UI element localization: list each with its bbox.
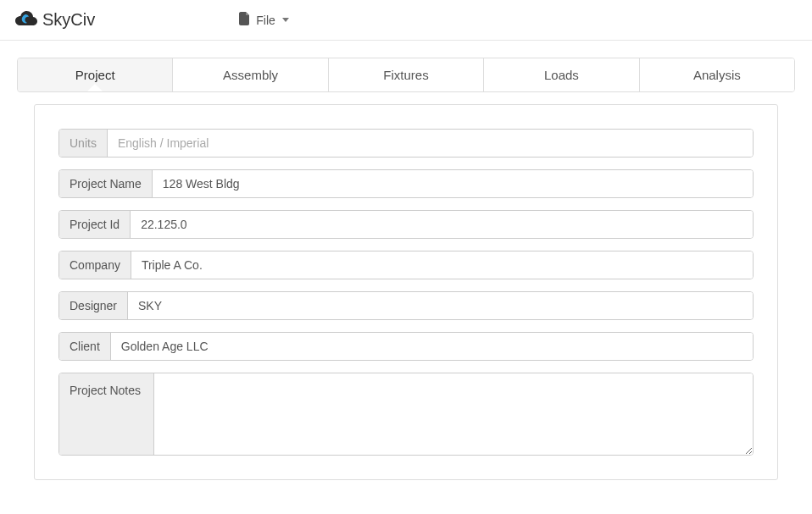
project-id-label: Project Id [59, 211, 131, 238]
company-input[interactable] [131, 251, 753, 279]
tab-loads[interactable]: Loads [484, 58, 639, 91]
tab-label: Project [75, 68, 115, 82]
app-header: SkyCiv File [0, 0, 812, 41]
tab-assembly[interactable]: Assembly [173, 58, 328, 91]
project-name-label: Project Name [59, 170, 153, 197]
units-label: Units [59, 130, 108, 157]
cloud-logo-icon [14, 9, 39, 30]
project-notes-row: Project Notes [58, 373, 754, 456]
tab-project[interactable]: Project [18, 58, 173, 91]
tab-label: Fixtures [383, 68, 428, 82]
company-label: Company [59, 251, 131, 279]
client-label: Client [59, 333, 111, 360]
project-name-input[interactable] [153, 170, 753, 197]
project-notes-label: Project Notes [59, 373, 154, 455]
tabs-container: Project Assembly Fixtures Loads Analysis… [0, 41, 812, 480]
project-form-panel: Units Project Name Project Id Company De… [34, 104, 778, 480]
designer-label: Designer [59, 292, 128, 319]
client-input[interactable] [111, 333, 753, 360]
tab-label: Assembly [223, 68, 278, 82]
units-input[interactable] [108, 130, 753, 157]
tab-label: Loads [544, 68, 579, 82]
brand-name: SkyCiv [42, 10, 95, 30]
tab-analysis[interactable]: Analysis [640, 58, 794, 91]
project-name-row: Project Name [58, 169, 754, 198]
tab-label: Analysis [693, 68, 741, 82]
file-menu[interactable]: File [239, 12, 289, 28]
company-row: Company [58, 251, 754, 279]
tab-fixtures[interactable]: Fixtures [329, 58, 484, 91]
chevron-down-icon [282, 18, 289, 22]
designer-row: Designer [58, 291, 754, 320]
project-id-input[interactable] [131, 211, 753, 238]
designer-input[interactable] [128, 292, 753, 319]
file-icon [239, 12, 251, 28]
units-row: Units [58, 129, 754, 158]
project-id-row: Project Id [58, 210, 754, 239]
client-row: Client [58, 332, 754, 361]
file-menu-label: File [256, 14, 275, 27]
brand-logo: SkyCiv [14, 9, 95, 30]
project-notes-textarea[interactable] [154, 373, 753, 455]
main-tabs: Project Assembly Fixtures Loads Analysis [17, 58, 795, 92]
